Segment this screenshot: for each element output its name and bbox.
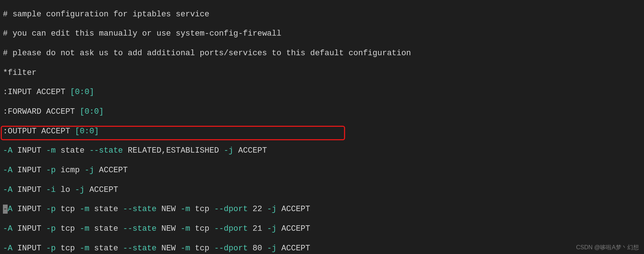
code-line: -A INPUT -p tcp -m state --state NEW -m … xyxy=(3,224,641,234)
terminal-editor[interactable]: # sample configuration for iptables serv… xyxy=(0,0,644,254)
code-line: # sample configuration for iptables serv… xyxy=(3,10,641,20)
code-line: -A INPUT -p icmp -j ACCEPT xyxy=(3,166,641,176)
cursor-position: - xyxy=(3,205,8,214)
code-line: :OUTPUT ACCEPT [0:0] xyxy=(3,127,641,137)
code-line: -A INPUT -p tcp -m state --state NEW -m … xyxy=(3,205,641,214)
code-line: *filter xyxy=(3,68,641,78)
watermark-text: CSDN @哆啦A梦丶幻想 xyxy=(576,244,639,251)
code-line: :INPUT ACCEPT [0:0] xyxy=(3,88,641,97)
code-line: -A INPUT -m state --state RELATED,ESTABL… xyxy=(3,146,641,156)
code-line: # please do not ask us to add additional… xyxy=(3,49,641,59)
code-line: -A INPUT -p tcp -m state --state NEW -m … xyxy=(3,244,641,254)
code-line: -A INPUT -i lo -j ACCEPT xyxy=(3,185,641,195)
code-line: :FORWARD ACCEPT [0:0] xyxy=(3,107,641,117)
code-line: # you can edit this manually or use syst… xyxy=(3,29,641,39)
